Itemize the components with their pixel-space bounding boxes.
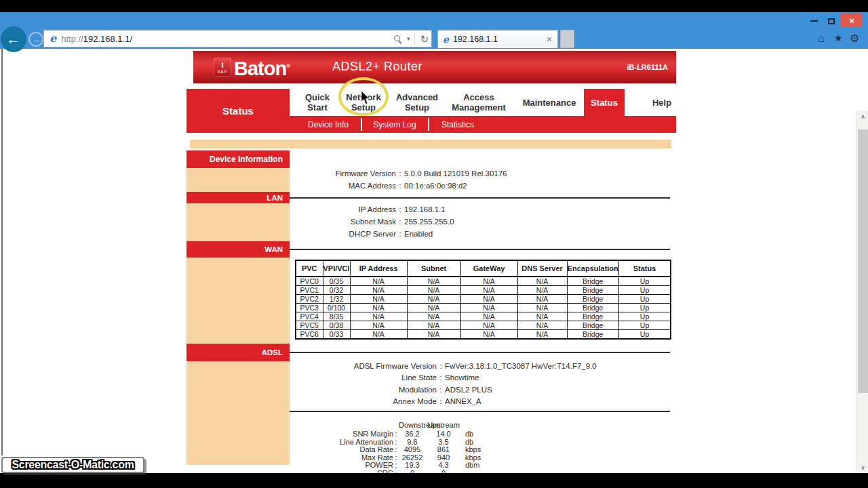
- subnav-device-info[interactable]: Device Info: [298, 117, 358, 131]
- wan-table-cell: N/A: [517, 295, 567, 304]
- browser-tab[interactable]: e 192.168.1.1 ×: [437, 30, 558, 48]
- settings-gear-icon[interactable]: ⚙: [850, 33, 859, 44]
- addressbar-divider: [414, 33, 415, 45]
- refresh-icon[interactable]: ↻: [420, 34, 429, 44]
- scrollbar-thumb[interactable]: [858, 129, 868, 393]
- nav-advanced-setup[interactable]: AdvancedSetup: [391, 89, 443, 116]
- sidebar-item-lan[interactable]: LAN: [186, 192, 290, 203]
- page-scrollbar[interactable]: ∧ ∨: [856, 110, 868, 473]
- stats-label: Data Rate: [294, 445, 393, 453]
- forward-button[interactable]: →: [28, 32, 43, 47]
- colon: :: [396, 169, 404, 178]
- tab-close-icon[interactable]: ×: [547, 35, 552, 44]
- stats-downstream-value: 26252: [399, 453, 426, 462]
- colon: :: [437, 362, 445, 370]
- nav-status[interactable]: Status: [584, 89, 625, 117]
- nav-help[interactable]: Help: [643, 89, 681, 116]
- sidebar-item-wan[interactable]: WAN: [186, 241, 290, 258]
- ie-icon: e: [50, 33, 56, 44]
- wan-column-header: IP Address: [350, 260, 407, 277]
- wan-table-cell: PVC2: [296, 295, 323, 304]
- wan-table-cell: N/A: [517, 321, 567, 330]
- subnav-statistics[interactable]: Statistics: [431, 117, 485, 131]
- maximize-icon: [828, 18, 835, 24]
- url-scheme: http://: [61, 34, 83, 44]
- wan-table-cell: N/A: [407, 277, 460, 286]
- wan-table-cell: N/A: [407, 286, 460, 295]
- wan-table-cell: 0/100: [323, 304, 350, 312]
- info-row: Modulation:ADSL2 PLUS: [294, 384, 670, 396]
- stats-label: Max Rate: [294, 453, 393, 462]
- wan-table-cell: N/A: [350, 321, 407, 330]
- stats-row: SNR Margin:36.214.0db: [294, 430, 586, 438]
- logo-i-text: i: [221, 61, 224, 69]
- stats-header-row: Downstream Upstream: [294, 420, 586, 429]
- lan-section: IP Address:192.168.1.1Subnet Mask:255.25…: [294, 203, 670, 240]
- wan-table-cell: N/A: [407, 295, 460, 304]
- info-row: MAC Address:00:1e:a6:0e:98:d2: [294, 180, 670, 192]
- info-row: Annex Mode:ANNEX_A: [294, 396, 670, 408]
- nav-quick-start[interactable]: QuickStart: [298, 89, 336, 116]
- favorites-star-icon[interactable]: ★: [834, 33, 843, 43]
- wan-column-header: Status: [618, 260, 671, 277]
- sidebar-item-device-information[interactable]: Device Information: [186, 150, 290, 168]
- section-divider: [290, 249, 670, 250]
- window-minimize-button[interactable]: [806, 15, 822, 27]
- wan-table-cell: Bridge: [567, 286, 618, 295]
- tab-title: 192.168.1.1: [453, 35, 547, 44]
- stats-row: Line Attenuation:9.63.5db: [294, 438, 586, 446]
- address-bar[interactable]: e http://192.168.1.1/ ▾ ↻: [43, 30, 432, 47]
- scroll-down-arrow-icon[interactable]: ∨: [857, 462, 868, 473]
- wan-table-cell: N/A: [407, 312, 460, 321]
- wan-table-cell: N/A: [517, 277, 567, 286]
- wan-table-cell: PVC3: [296, 304, 323, 312]
- url-host: 192.168.1.1/: [83, 34, 132, 44]
- wan-table-cell: PVC6: [296, 330, 323, 340]
- info-row: IP Address:192.168.1.1: [294, 203, 670, 216]
- iball-logo: i ball: [214, 58, 231, 77]
- window-maximize-button[interactable]: [823, 15, 840, 27]
- home-icon[interactable]: ⌂: [818, 33, 825, 44]
- search-icon[interactable]: [393, 35, 402, 43]
- wan-table-cell: N/A: [517, 312, 567, 321]
- back-button[interactable]: ←: [1, 26, 26, 52]
- nav-label: Maintenance: [523, 98, 576, 108]
- wan-column-header: VPI/VCI: [323, 260, 350, 277]
- colon: :: [393, 445, 399, 453]
- stats-col-downstream: Downstream: [399, 421, 426, 429]
- back-icon: ←: [6, 30, 21, 48]
- info-value: 5.0.0 Build 121019 Rel.30176: [404, 169, 507, 178]
- scroll-up-arrow-icon[interactable]: ∧: [857, 110, 868, 122]
- info-value: Showtime: [445, 373, 479, 382]
- wan-table-cell: N/A: [460, 312, 517, 321]
- nav-access-management[interactable]: AccessManagement: [446, 89, 511, 116]
- stats-upstream-value: 3.5: [426, 438, 461, 446]
- new-tab-button[interactable]: [560, 30, 574, 48]
- wan-table-cell: N/A: [350, 286, 407, 295]
- wan-table-cell: N/A: [407, 304, 460, 312]
- info-label: DHCP Server: [294, 230, 396, 238]
- watermark-text: Screencast-O-Matic.com: [12, 459, 134, 471]
- info-row: Subnet Mask:255.255.255.0: [294, 216, 670, 228]
- stats-upstream-value: 940: [426, 453, 461, 462]
- info-label: Modulation: [294, 386, 437, 394]
- chevron-down-icon[interactable]: ▾: [407, 35, 410, 42]
- wan-table-cell: N/A: [460, 277, 517, 286]
- colon: :: [437, 397, 445, 405]
- window-close-button[interactable]: ×: [841, 14, 863, 27]
- sidebar-item-adsl[interactable]: ADSL: [186, 344, 290, 361]
- wan-table-cell: Up: [618, 286, 671, 295]
- subnav-system-log[interactable]: System Log: [363, 117, 426, 131]
- wan-table-cell: N/A: [350, 312, 407, 321]
- wan-table-row: PVC48/35N/AN/AN/AN/ABridgeUp: [296, 312, 671, 321]
- tab-favicon: e: [443, 35, 449, 44]
- wan-table-cell: Up: [618, 330, 671, 340]
- wan-table-cell: Bridge: [567, 295, 618, 304]
- wan-table-cell: Up: [618, 312, 671, 321]
- stats-downstream-value: 4095: [399, 445, 426, 453]
- nav-maintenance[interactable]: Maintenance: [517, 89, 582, 116]
- screencast-watermark: Screencast-O-Matic.com: [1, 457, 144, 473]
- logo-ball-text: ball: [218, 69, 227, 74]
- product-name: ADSL2+ Router: [332, 60, 422, 74]
- wan-table-cell: Up: [618, 321, 671, 330]
